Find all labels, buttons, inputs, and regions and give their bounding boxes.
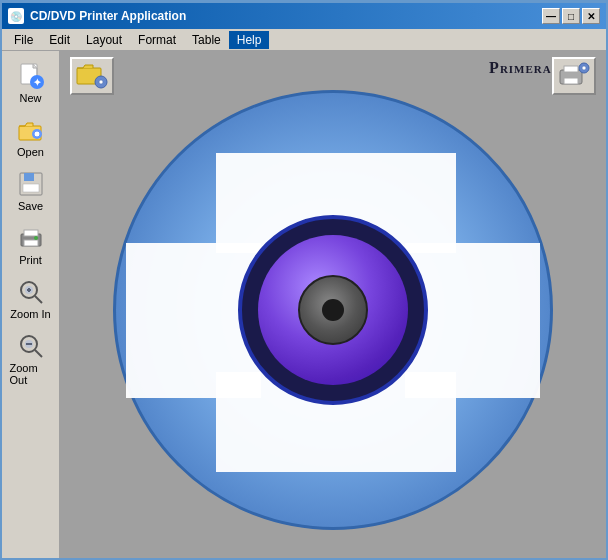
new-icon: ✦ [15, 60, 47, 92]
menu-layout[interactable]: Layout [78, 31, 130, 49]
title-bar-left: 💿 CD/DVD Printer Application [8, 8, 186, 24]
title-bar: 💿 CD/DVD Printer Application — □ ✕ [2, 3, 606, 29]
svg-rect-7 [24, 173, 34, 181]
window-controls: — □ ✕ [542, 8, 600, 24]
menu-edit[interactable]: Edit [41, 31, 78, 49]
svg-rect-8 [23, 184, 39, 192]
menu-bar: File Edit Layout Format Table Help [2, 29, 606, 51]
menu-file[interactable]: File [6, 31, 41, 49]
disc-center-hub [238, 215, 428, 405]
left-toolbar: ✦ New Open [2, 51, 60, 558]
print-button[interactable]: Print [7, 217, 55, 271]
svg-rect-27 [564, 78, 578, 84]
svg-point-12 [34, 236, 38, 240]
zoom-in-icon [15, 276, 47, 308]
new-button[interactable]: ✦ New [7, 55, 55, 109]
zoom-in-label: Zoom In [10, 308, 50, 320]
svg-point-21 [25, 340, 33, 348]
svg-rect-26 [564, 66, 578, 72]
svg-rect-10 [24, 230, 38, 236]
zoom-in-button[interactable]: Zoom In [7, 271, 55, 325]
svg-rect-11 [24, 240, 38, 246]
open-icon [15, 114, 47, 146]
disc-outer-ring [113, 90, 553, 530]
svg-point-17 [25, 286, 33, 294]
save-label: Save [18, 200, 43, 212]
svg-point-5 [34, 131, 40, 137]
disc-hub-middle [258, 235, 408, 385]
zoom-out-button[interactable]: Zoom Out [7, 325, 55, 391]
app-window: 💿 CD/DVD Printer Application — □ ✕ File … [0, 0, 608, 560]
disc-hub-outer [238, 215, 428, 405]
app-icon: 💿 [8, 8, 24, 24]
canvas-print-icon[interactable] [552, 57, 596, 95]
svg-point-29 [582, 66, 586, 70]
save-button[interactable]: Save [7, 163, 55, 217]
menu-table[interactable]: Table [184, 31, 229, 49]
new-label: New [19, 92, 41, 104]
save-icon [15, 168, 47, 200]
print-label: Print [19, 254, 42, 266]
zoom-out-label: Zoom Out [10, 362, 52, 386]
zoom-out-icon [15, 330, 47, 362]
open-label: Open [17, 146, 44, 158]
svg-text:✦: ✦ [33, 77, 42, 88]
canvas-area: PrimeraPrint [60, 51, 606, 558]
disc-hub-hole [322, 299, 344, 321]
disc-hub-inner [298, 275, 368, 345]
svg-point-24 [99, 80, 103, 84]
maximize-button[interactable]: □ [562, 8, 580, 24]
menu-help[interactable]: Help [229, 31, 270, 49]
menu-format[interactable]: Format [130, 31, 184, 49]
close-button[interactable]: ✕ [582, 8, 600, 24]
svg-line-20 [35, 350, 42, 357]
minimize-button[interactable]: — [542, 8, 560, 24]
window-title: CD/DVD Printer Application [30, 9, 186, 23]
main-area: ✦ New Open [2, 51, 606, 558]
open-button[interactable]: Open [7, 109, 55, 163]
print-icon [15, 222, 47, 254]
cd-disc [113, 90, 553, 530]
canvas-open-icon[interactable] [70, 57, 114, 95]
svg-line-16 [35, 296, 42, 303]
